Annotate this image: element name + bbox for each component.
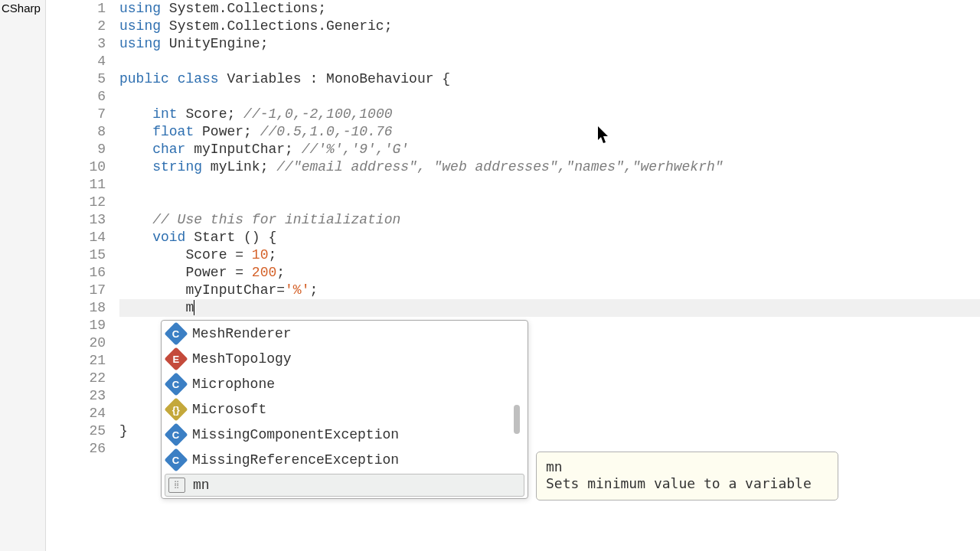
code-line[interactable]: float Power; //0.5,1.0,-10.76 <box>119 123 980 141</box>
code-line[interactable] <box>119 88 980 106</box>
autocomplete-item[interactable]: CMissingReferenceException <box>162 447 528 472</box>
autocomplete-item[interactable]: CMicrophone <box>162 371 528 396</box>
line-number: 3 <box>46 35 106 53</box>
code-line[interactable]: char myInputChar; //'%','9','G' <box>119 141 980 158</box>
text-caret <box>194 300 194 315</box>
line-number: 12 <box>46 194 106 211</box>
code-line[interactable]: using System.Collections; <box>119 0 980 18</box>
code-line[interactable]: using UnityEngine; <box>119 35 980 53</box>
line-number: 4 <box>46 53 106 70</box>
code-line[interactable]: Score = 10; <box>119 246 980 264</box>
line-number: 11 <box>46 176 106 194</box>
line-number: 24 <box>46 405 106 422</box>
class-icon: C <box>164 372 188 396</box>
autocomplete-item[interactable]: EMeshTopology <box>162 346 528 371</box>
snip-icon: ⦙⦙ <box>168 478 185 493</box>
line-number: 7 <box>46 106 106 123</box>
autocomplete-label: Microsoft <box>192 402 266 417</box>
line-number: 25 <box>46 422 106 440</box>
line-number: 14 <box>46 229 106 246</box>
autocomplete-item[interactable]: {}Microsoft <box>162 396 528 422</box>
autocomplete-popup[interactable]: CMeshRendererEMeshTopologyCMicrophone{}M… <box>161 320 528 499</box>
autocomplete-label: MissingReferenceException <box>192 452 399 468</box>
code-line[interactable] <box>119 53 980 70</box>
code-line[interactable]: string myLink; //"email address", "web a… <box>119 158 980 176</box>
line-number: 15 <box>46 246 106 264</box>
autocomplete-label: mn <box>193 478 210 493</box>
code-line[interactable]: Power = 200; <box>119 264 980 282</box>
line-number: 10 <box>46 158 106 176</box>
autocomplete-label: MeshRenderer <box>192 326 292 341</box>
language-tab[interactable]: CSharp <box>0 0 45 16</box>
line-number: 16 <box>46 264 106 282</box>
autocomplete-item[interactable]: CMeshRenderer <box>162 321 528 346</box>
line-number: 22 <box>46 370 106 387</box>
code-line[interactable]: m <box>119 299 980 317</box>
line-number: 19 <box>46 317 106 334</box>
code-line[interactable] <box>119 194 980 211</box>
autocomplete-scrollbar[interactable] <box>514 405 520 434</box>
line-number: 21 <box>46 352 106 370</box>
code-line[interactable]: public class Variables : MonoBehaviour { <box>119 70 980 88</box>
autocomplete-label: Microphone <box>192 377 275 392</box>
line-number: 23 <box>46 387 106 405</box>
class-icon: C <box>164 422 188 446</box>
line-number: 1 <box>46 0 106 18</box>
code-line[interactable]: // Use this for initialization <box>119 211 980 229</box>
enum-icon: E <box>164 347 188 370</box>
line-number: 5 <box>46 70 106 88</box>
code-line[interactable] <box>119 176 980 194</box>
code-line[interactable]: int Score; //-1,0,-2,100,1000 <box>119 106 980 123</box>
code-line[interactable]: myInputChar='%'; <box>119 282 980 299</box>
line-number: 20 <box>46 334 106 352</box>
tooltip-description: Sets minimum value to a variable <box>546 475 812 491</box>
class-icon: C <box>164 448 188 471</box>
line-number: 6 <box>46 88 106 106</box>
line-number: 8 <box>46 123 106 141</box>
autocomplete-tooltip: mn Sets minimum value to a variable <box>536 452 838 500</box>
sidebar: CSharp <box>0 0 46 551</box>
code-line[interactable]: using System.Collections.Generic; <box>119 18 980 35</box>
ns-icon: {} <box>164 397 188 421</box>
line-number: 18 <box>46 299 106 317</box>
autocomplete-item[interactable]: CMissingComponentException <box>162 422 528 447</box>
class-icon: C <box>164 321 188 345</box>
autocomplete-label: MissingComponentException <box>192 427 399 442</box>
code-line[interactable]: void Start () { <box>119 229 980 246</box>
line-number: 13 <box>46 211 106 229</box>
line-number-gutter: 1234567891011121314151617181920212223242… <box>46 0 113 551</box>
line-number: 26 <box>46 440 106 458</box>
line-number: 2 <box>46 18 106 35</box>
autocomplete-label: MeshTopology <box>192 351 292 367</box>
line-number: 17 <box>46 282 106 299</box>
autocomplete-item[interactable]: ⦙⦙mn <box>165 474 524 497</box>
line-number: 9 <box>46 141 106 158</box>
mouse-cursor-icon <box>597 126 611 145</box>
tooltip-title: mn <box>546 458 828 475</box>
